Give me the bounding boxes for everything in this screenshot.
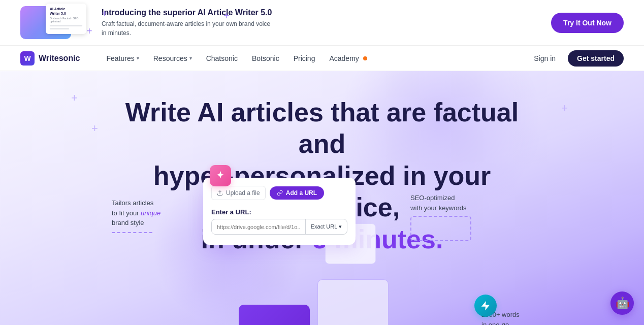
get-started-button[interactable]: Get started: [568, 50, 624, 67]
exact-url-button[interactable]: Exact URL ▾: [305, 219, 347, 234]
nav-label-resources: Resources: [153, 54, 187, 62]
logo-icon: W: [20, 51, 35, 66]
nav-label-chatsonic: Chatsonic: [206, 54, 238, 62]
float-icon-lightning: [474, 295, 497, 317]
svg-marker-0: [481, 301, 490, 310]
tab-add-url[interactable]: Add a URL: [270, 186, 324, 200]
nav-notification-dot: [363, 56, 367, 60]
banner-card-bar: [50, 25, 82, 26]
nav-item-features[interactable]: Features ▾: [101, 51, 145, 66]
hero-section: + + + Write AI articles that are factual…: [0, 71, 644, 325]
bottom-card-light: [317, 279, 389, 325]
bottom-card-purple: [239, 305, 310, 325]
dashed-line-brand: [112, 232, 152, 233]
annotation-search-text: Searches Googlefor accurateInformation: [127, 322, 178, 325]
annotation-seo: SEO-optimizedwith your keywords: [410, 193, 471, 241]
url-input-container: Enter a URL: Exact URL ▾: [211, 206, 347, 237]
dashed-rect-seo: [410, 216, 471, 241]
deco-plus-2: +: [86, 25, 92, 37]
nav-item-academy[interactable]: Academy: [323, 51, 373, 66]
banner-subtitle: Craft factual, document-aware articles i…: [102, 19, 531, 38]
nav-item-resources[interactable]: Resources ▾: [147, 51, 198, 66]
url-input-card: Upload a file Add a URL Enter a URL: Exa…: [203, 178, 356, 245]
banner-title: Introducing the superior AI Article Writ…: [102, 8, 531, 17]
annotation-brand-highlight: unique: [141, 209, 160, 217]
tab-upload-file[interactable]: Upload a file: [211, 186, 266, 200]
lightning-icon: [480, 300, 491, 311]
annotation-seo-text: SEO-optimizedwith your keywords: [410, 193, 471, 213]
banner-card-subtitle: On-brand · Factual · SEO optimised: [50, 17, 82, 23]
url-field: Exact URL ▾: [211, 219, 347, 235]
deco-plus-3: +: [223, 10, 230, 22]
link-icon: [277, 190, 283, 196]
nav-item-botsonic[interactable]: Botsonic: [246, 51, 285, 66]
hero-headline-1: Write AI articles that are factual and: [125, 98, 519, 158]
announcement-banner: + + + AI ArticleWriter 5.0 On-brand · Fa…: [0, 0, 644, 46]
nav-item-pricing[interactable]: Pricing: [287, 51, 321, 66]
chevron-down-icon: ▾: [137, 55, 139, 61]
chat-bubble-button[interactable]: 🤖: [610, 291, 634, 315]
banner-card-title: AI ArticleWriter 5.0: [50, 7, 82, 16]
card-tabs: Upload a file Add a URL: [211, 186, 347, 200]
banner-illustration: AI ArticleWriter 5.0 On-brand · Factual …: [20, 4, 86, 42]
url-tab-label: Add a URL: [286, 189, 317, 197]
chevron-down-icon-2: ▾: [189, 55, 192, 61]
nav-label-academy: Academy: [329, 54, 359, 62]
upload-icon: [217, 190, 223, 196]
logo-text: Writesonic: [39, 54, 80, 63]
deco-plus-1: +: [102, 8, 108, 19]
banner-card-bar2: [50, 28, 69, 29]
banner-card: AI ArticleWriter 5.0 On-brand · Factual …: [46, 4, 86, 34]
nav-links: Features ▾ Resources ▾ Chatsonic Botsoni…: [101, 51, 528, 66]
annotation-brand-text: Tailors articlesto fit your uniquebrand …: [112, 198, 160, 228]
sparkle-icon: [215, 170, 226, 181]
sign-in-button[interactable]: Sign in: [528, 51, 562, 66]
nav-label-botsonic: Botsonic: [252, 54, 279, 62]
nav-item-chatsonic[interactable]: Chatsonic: [200, 51, 244, 66]
annotation-search: Searches Googlefor accurateInformation: [127, 322, 178, 325]
navbar: W Writesonic Features ▾ Resources ▾ Chat…: [0, 46, 644, 71]
url-field-label: Enter a URL:: [211, 208, 347, 216]
nav-label-pricing: Pricing: [294, 54, 315, 62]
banner-text-block: Introducing the superior AI Article Writ…: [102, 8, 531, 38]
url-text-input[interactable]: [212, 220, 305, 234]
logo[interactable]: W Writesonic: [20, 51, 80, 66]
annotation-brand-style: Tailors articlesto fit your uniquebrand …: [112, 198, 160, 233]
chat-icon: 🤖: [616, 297, 629, 310]
banner-cta-button[interactable]: Try It Out Now: [551, 13, 624, 33]
float-icon-sparkle: [210, 165, 231, 186]
nav-label-features: Features: [107, 54, 135, 62]
upload-tab-label: Upload a file: [226, 189, 260, 197]
nav-actions: Sign in Get started: [528, 50, 624, 67]
